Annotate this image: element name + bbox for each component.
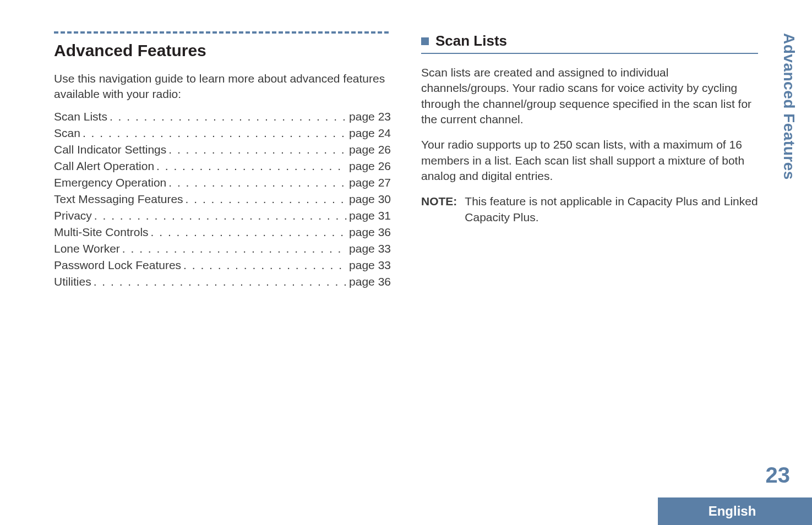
toc-item-page: page 36 (349, 275, 391, 288)
toc-item-label: Privacy (54, 209, 92, 222)
toc-item-page: page 23 (349, 110, 391, 123)
language-label: English (709, 504, 756, 519)
toc-item-page: page 33 (349, 259, 391, 272)
toc-item[interactable]: Text Messaging Features page 30 (54, 193, 391, 206)
toc-item-label: Emergency Operation (54, 176, 166, 189)
right-column: Scan Lists Scan lists are created and as… (421, 30, 758, 292)
toc-leader-dots (151, 226, 347, 239)
toc-leader-dots (186, 193, 347, 206)
side-tab-label: Advanced Features (780, 33, 798, 180)
section-underline (421, 53, 758, 54)
toc-item[interactable]: Utilities page 36 (54, 275, 391, 288)
page-content: Advanced Features Use this navigation gu… (0, 0, 812, 292)
toc-list: Scan Lists page 23 Scan page 24 Call Ind… (54, 110, 391, 288)
section-heading-row: Scan Lists (421, 32, 758, 50)
toc-item[interactable]: Multi-Site Controls page 36 (54, 226, 391, 239)
toc-leader-dots (156, 160, 347, 173)
toc-item-page: page 36 (349, 226, 391, 239)
chapter-title: Advanced Features (54, 41, 391, 60)
toc-leader-dots (83, 127, 347, 140)
note-label: NOTE: (421, 194, 457, 225)
page-footer: 23 English (0, 485, 812, 525)
decorative-dashed-rule (54, 30, 391, 35)
toc-item[interactable]: Scan Lists page 23 (54, 110, 391, 123)
toc-leader-dots (168, 143, 347, 156)
note-body: This feature is not applicable in Capaci… (465, 194, 758, 225)
toc-item[interactable]: Call Indicator Settings page 26 (54, 143, 391, 156)
toc-item-label: Text Messaging Features (54, 193, 183, 206)
section-marker-icon (421, 37, 429, 45)
toc-item[interactable]: Scan page 24 (54, 127, 391, 140)
toc-item-page: page 27 (349, 176, 391, 189)
toc-item-page: page 24 (349, 127, 391, 140)
toc-leader-dots (183, 259, 347, 272)
toc-item-page: page 26 (349, 160, 391, 173)
toc-item-page: page 33 (349, 242, 391, 255)
toc-item[interactable]: Call Alert Operation page 26 (54, 160, 391, 173)
toc-item-label: Scan (54, 127, 80, 140)
intro-text: Use this navigation guide to learn more … (54, 71, 391, 102)
toc-item[interactable]: Lone Worker page 33 (54, 242, 391, 255)
body-paragraph: Your radio supports up to 250 scan lists… (421, 137, 758, 184)
toc-item-page: page 26 (349, 143, 391, 156)
toc-item-label: Password Lock Features (54, 259, 181, 272)
toc-item-page: page 30 (349, 193, 391, 206)
section-title: Scan Lists (435, 32, 507, 50)
toc-item[interactable]: Password Lock Features page 33 (54, 259, 391, 272)
toc-item[interactable]: Emergency Operation page 27 (54, 176, 391, 189)
note-block: NOTE: This feature is not applicable in … (421, 194, 758, 225)
toc-item-label: Call Alert Operation (54, 160, 154, 173)
page-number: 23 (766, 463, 791, 488)
toc-item-page: page 31 (349, 209, 391, 222)
toc-item-label: Multi-Site Controls (54, 226, 149, 239)
toc-leader-dots (94, 275, 347, 288)
language-bar: English (658, 497, 812, 525)
left-column: Advanced Features Use this navigation gu… (54, 30, 391, 292)
toc-leader-dots (122, 242, 347, 255)
toc-item-label: Call Indicator Settings (54, 143, 166, 156)
body-paragraph: Scan lists are created and assigned to i… (421, 65, 758, 127)
toc-leader-dots (168, 176, 347, 189)
toc-leader-dots (94, 209, 347, 222)
toc-leader-dots (110, 110, 347, 123)
toc-item[interactable]: Privacy page 31 (54, 209, 391, 222)
toc-item-label: Scan Lists (54, 110, 107, 123)
toc-item-label: Utilities (54, 275, 91, 288)
toc-item-label: Lone Worker (54, 242, 120, 255)
